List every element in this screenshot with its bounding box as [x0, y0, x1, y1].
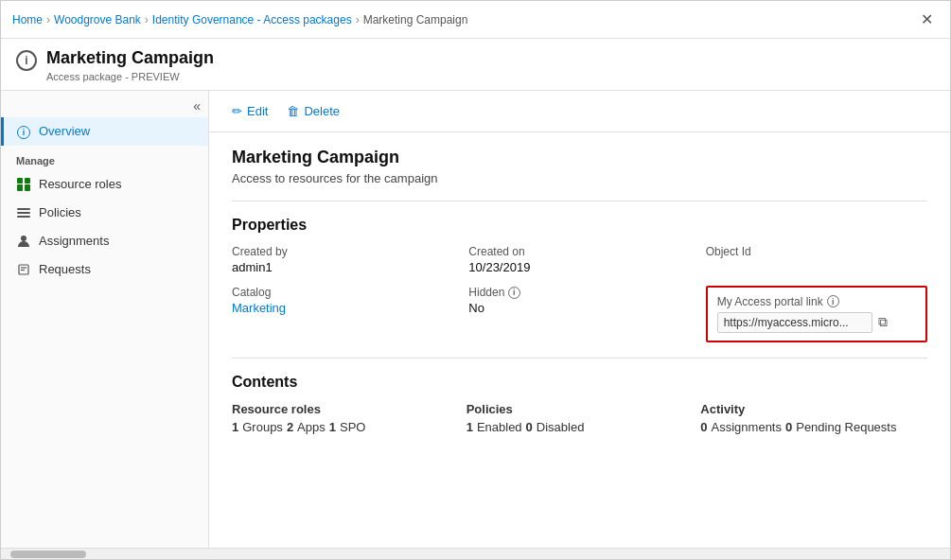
- sidebar-policies-label: Policies: [39, 205, 81, 219]
- main-window: Home › Woodgrove Bank › Identity Governa…: [0, 0, 951, 560]
- divider-1: [232, 201, 927, 201]
- sidebar-item-overview[interactable]: i Overview: [1, 117, 208, 146]
- my-access-portal-box: My Access portal link i ⧉: [706, 286, 927, 342]
- rr-spo-num: 1: [329, 420, 336, 434]
- pol-enabled-num: 1: [467, 420, 473, 434]
- horizontal-scrollbar[interactable]: [1, 548, 950, 559]
- requests-icon: [16, 262, 31, 277]
- hidden-label: Hidden i: [468, 286, 690, 299]
- sidebar-item-overview-label: Overview: [39, 124, 90, 138]
- info-icon: i: [16, 50, 37, 71]
- created-on-value: 10/23/2019: [468, 260, 690, 274]
- breadcrumb-sep-1: ›: [46, 13, 50, 26]
- pol-disabled-label: Disabled: [537, 420, 585, 434]
- sidebar-resource-roles-label: Resource roles: [39, 177, 121, 191]
- title-bar: Home › Woodgrove Bank › Identity Governa…: [1, 1, 950, 39]
- delete-label: Delete: [304, 104, 340, 118]
- sidebar-item-assignments[interactable]: Assignments: [1, 227, 208, 255]
- created-by-value: admin1: [232, 260, 453, 274]
- person-icon: [16, 234, 31, 249]
- contents-activity-title: Activity: [700, 402, 927, 416]
- scrollbar-thumb[interactable]: [10, 551, 86, 558]
- copy-url-button[interactable]: ⧉: [878, 314, 888, 330]
- panel-title: Marketing Campaign: [46, 48, 214, 69]
- rr-apps-num: 2: [287, 420, 293, 434]
- created-on-label: Created on: [468, 245, 690, 258]
- breadcrumb-bank[interactable]: Woodgrove Bank: [54, 13, 141, 26]
- catalog-value[interactable]: Marketing: [232, 301, 453, 315]
- sidebar-requests-label: Requests: [39, 262, 91, 276]
- edit-label: Edit: [247, 104, 268, 118]
- breadcrumb-sep-2: ›: [145, 13, 149, 26]
- properties-grid: Created by admin1 Created on 10/23/2019 …: [232, 245, 927, 342]
- sidebar-item-requests[interactable]: Requests: [1, 255, 208, 284]
- contents-resource-roles: Resource roles 1 Groups 2 Apps 1 SPO: [232, 402, 459, 434]
- sidebar-item-resource-roles[interactable]: Resource roles: [1, 170, 208, 199]
- breadcrumb-home[interactable]: Home: [12, 13, 43, 26]
- contents-activity: Activity 0 Assignments 0 Pending Request…: [700, 402, 927, 434]
- sidebar-manage-label: Manage: [1, 146, 208, 170]
- breadcrumb-governance[interactable]: Identity Governance - Access packages: [152, 13, 352, 26]
- delete-icon: 🗑: [287, 104, 299, 118]
- sidebar-collapse-button[interactable]: «: [193, 98, 201, 114]
- my-access-info-icon[interactable]: i: [827, 295, 839, 307]
- close-button[interactable]: ✕: [915, 9, 939, 30]
- act-assignments-num: 0: [700, 420, 707, 434]
- contents-heading: Contents: [232, 374, 927, 391]
- panel-title-block: Marketing Campaign Access package - PREV…: [46, 48, 214, 82]
- main-layout: « i Overview Manage Resourc: [1, 91, 950, 548]
- act-assignments-label: Assignments: [712, 420, 782, 434]
- hidden-value: No: [468, 301, 690, 315]
- overview-icon: i: [16, 124, 31, 139]
- panel-subtitle: Access package - PREVIEW: [46, 71, 214, 82]
- my-access-label-text: My Access portal link: [717, 295, 823, 308]
- contents-policies-title: Policies: [467, 402, 694, 416]
- package-name-heading: Marketing Campaign: [232, 148, 927, 167]
- contents-policies-row: 1 Enabled 0 Disabled: [467, 420, 694, 434]
- prop-hidden: Hidden i No: [468, 286, 690, 342]
- contents-resource-roles-row: 1 Groups 2 Apps 1 SPO: [232, 420, 459, 434]
- contents-resource-roles-title: Resource roles: [232, 402, 459, 416]
- my-access-label: My Access portal link i: [717, 295, 916, 308]
- sidebar-item-policies[interactable]: Policies: [1, 199, 208, 227]
- content-area: ✏ Edit 🗑 Delete Marketing Campaign Acces…: [209, 91, 950, 548]
- breadcrumb-sep-3: ›: [356, 13, 360, 26]
- contents-activity-row: 0 Assignments 0 Pending Requests: [700, 420, 927, 434]
- prop-catalog: Catalog Marketing: [232, 286, 453, 342]
- prop-created-by: Created by admin1: [232, 245, 453, 274]
- edit-icon: ✏: [232, 104, 242, 118]
- pol-enabled-label: Enabled: [477, 420, 522, 434]
- contents-policies: Policies 1 Enabled 0 Disabled: [467, 402, 694, 434]
- divider-2: [232, 358, 927, 359]
- rr-groups-num: 1: [232, 420, 238, 434]
- catalog-label: Catalog: [232, 286, 453, 299]
- act-pending-label: Pending Requests: [796, 420, 896, 434]
- delete-button[interactable]: 🗑 Delete: [279, 100, 347, 122]
- hidden-info-icon[interactable]: i: [508, 287, 520, 299]
- overview-info-icon: i: [17, 126, 30, 139]
- prop-created-on: Created on 10/23/2019: [468, 245, 690, 274]
- pol-disabled-num: 0: [526, 420, 533, 434]
- rr-apps-label: Apps: [297, 420, 326, 434]
- rr-groups-label: Groups: [242, 420, 283, 434]
- act-pending-num: 0: [785, 420, 792, 434]
- object-id-label: Object Id: [706, 245, 927, 258]
- list-icon: [16, 205, 31, 220]
- contents-grid: Resource roles 1 Groups 2 Apps 1 SPO Pol…: [232, 402, 927, 434]
- panel-header: i Marketing Campaign Access package - PR…: [1, 39, 950, 91]
- properties-heading: Properties: [232, 217, 927, 234]
- content-body: Marketing Campaign Access to resources f…: [209, 132, 950, 449]
- prop-object-id: Object Id: [706, 245, 927, 274]
- edit-button[interactable]: ✏ Edit: [224, 100, 275, 122]
- svg-point-0: [21, 236, 26, 241]
- sidebar: « i Overview Manage Resourc: [1, 91, 209, 548]
- breadcrumb: Home › Woodgrove Bank › Identity Governa…: [12, 13, 467, 26]
- breadcrumb-current: Marketing Campaign: [363, 13, 468, 26]
- my-access-input-row: ⧉: [717, 312, 916, 333]
- rr-spo-label: SPO: [340, 420, 365, 434]
- grid-icon: [16, 177, 31, 192]
- created-by-label: Created by: [232, 245, 453, 258]
- toolbar: ✏ Edit 🗑 Delete: [209, 91, 950, 132]
- my-access-url-input[interactable]: [717, 312, 872, 333]
- sidebar-assignments-label: Assignments: [39, 234, 109, 248]
